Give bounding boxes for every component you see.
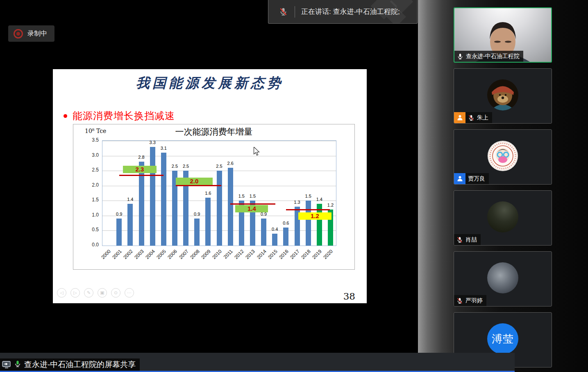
y-tick-label: 3.5 xyxy=(86,137,99,143)
bar-value-label: 1.6 xyxy=(201,191,215,196)
pen-icon[interactable]: ✎ xyxy=(84,288,93,298)
annotation-box: 1.4 xyxy=(235,205,268,212)
avatar xyxy=(487,201,518,232)
participant-name: 贾万良 xyxy=(468,175,485,183)
bar-value-label: 2.8 xyxy=(134,155,148,160)
chart-bar xyxy=(217,171,222,246)
bar-value-label: 0.6 xyxy=(279,221,293,225)
y-tick-label: 1.0 xyxy=(86,212,99,218)
bullet-dot xyxy=(64,114,67,118)
y-tick-label: 2.0 xyxy=(86,182,99,188)
bar-value-label: 1.2 xyxy=(323,203,337,207)
previous-slide-icon[interactable]: ◁ xyxy=(57,288,66,298)
bar-value-label: 2.6 xyxy=(223,161,237,166)
annotation-line xyxy=(119,175,164,176)
annotation-line xyxy=(176,185,221,186)
participants-sidebar: 查永进-中石油工程院 朱上 xyxy=(418,0,588,372)
active-speaker-banner: 正在讲话: 查永进-中石油工程院; xyxy=(268,0,418,24)
participant-tile[interactable]: 严羽婷 xyxy=(454,251,552,307)
y-tick-label: 0.5 xyxy=(86,227,99,232)
chart-bar xyxy=(116,219,122,246)
y-tick-label: 1.5 xyxy=(86,197,99,203)
y-tick-label: 0.0 xyxy=(86,242,99,248)
zoom-icon[interactable]: ⊙ xyxy=(111,288,120,298)
bar-value-label: 1.4 xyxy=(312,197,326,202)
chart-bar xyxy=(161,153,166,246)
chart-bar xyxy=(283,228,288,246)
recording-badge[interactable]: 录制中 xyxy=(8,25,54,42)
plot-area: 0.91.42.83.33.12.52.50.91.62.52.61.51.50… xyxy=(102,140,336,246)
presenter-toolbar: ◁▷✎▣⊙⋯ xyxy=(57,288,134,298)
chart-bar xyxy=(205,198,211,246)
participant-name-label: 贾万良 xyxy=(465,173,489,184)
avatar-initials: 溥莹 xyxy=(487,323,518,354)
person-badge-icon xyxy=(454,173,465,184)
recording-icon xyxy=(14,29,23,38)
slide-bullet: 能源消费增长换挡减速 xyxy=(64,109,175,122)
chart-title: 一次能源消费年增量 xyxy=(73,126,354,138)
mouse-cursor-icon xyxy=(253,147,260,156)
chart-bar xyxy=(127,204,133,246)
avatar xyxy=(487,140,518,171)
mic-muted-icon xyxy=(279,7,288,16)
bar-value-label: 0.9 xyxy=(112,212,126,216)
next-slide-icon[interactable]: ▷ xyxy=(70,288,80,298)
bar-value-label: 3.1 xyxy=(157,146,170,151)
mic-on-icon xyxy=(457,53,463,60)
bar-value-label: 1.5 xyxy=(245,194,259,198)
avatar: 溥莹 xyxy=(487,323,518,354)
annotation-box: 2.3 xyxy=(123,166,156,173)
participant-name: 查永进-中石油工程院 xyxy=(466,53,520,60)
bar-value-label: 0.9 xyxy=(190,212,204,216)
participant-name: 肖喆 xyxy=(465,236,477,243)
slide-title: 我国能源发展新态势 xyxy=(53,74,367,92)
slide-page-number: 38 xyxy=(343,291,355,302)
presentation-slide: 我国能源发展新态势 能源消费增长换挡减速 10⁸ Tce 一次能源消费年增量 0… xyxy=(53,69,367,303)
mic-active-icon xyxy=(14,360,21,369)
avatar xyxy=(487,262,518,293)
screen-share-indicator: 查永进-中石油工程院的屏幕共享 xyxy=(0,358,140,371)
y-tick-label: 3.0 xyxy=(86,152,99,158)
mic-muted-icon xyxy=(456,298,463,304)
participant-name: 朱上 xyxy=(477,114,488,122)
chart-bar xyxy=(228,168,233,246)
bar-value-label: 1.3 xyxy=(290,200,304,205)
participant-name: 严羽婷 xyxy=(465,297,483,304)
participant-name-label: 朱上 xyxy=(465,112,492,123)
slides-overview-icon[interactable]: ▣ xyxy=(98,288,107,298)
divider xyxy=(295,6,295,18)
participant-tile[interactable]: 肖喆 xyxy=(454,190,552,246)
chart-bar xyxy=(272,234,277,246)
y-tick-label: 2.5 xyxy=(86,167,99,173)
annotation-box: 2.0 xyxy=(176,178,213,185)
participant-tile[interactable]: 查永进-中石油工程院 xyxy=(454,7,552,63)
chart-bar xyxy=(261,219,266,246)
more-icon[interactable]: ⋯ xyxy=(125,288,134,298)
recording-label: 录制中 xyxy=(27,29,47,38)
bullet-text: 能源消费增长换挡减速 xyxy=(73,109,175,122)
mic-muted-icon xyxy=(456,237,463,243)
annotation-line xyxy=(230,203,275,205)
mic-muted-icon xyxy=(468,115,474,121)
chart-bar xyxy=(306,201,311,246)
person-badge-icon xyxy=(454,112,465,123)
participant-tile[interactable]: 朱上 xyxy=(454,68,552,124)
avatar xyxy=(487,79,518,110)
bar-value-label: 3.3 xyxy=(145,140,159,145)
screen-share-area: 录制中 正在讲话: 查永进-中石油工程院; 我国能源发展新态势 能源消费增长换挡… xyxy=(0,0,418,372)
bar-value-label: 0.4 xyxy=(268,227,282,232)
annotation-box: 1.2 xyxy=(298,212,331,220)
participant-name-label: 肖喆 xyxy=(454,234,481,245)
chart-bar xyxy=(194,219,200,246)
chart-bar xyxy=(150,147,155,246)
chart: 10⁸ Tce 一次能源消费年增量 0.91.42.83.33.12.52.50… xyxy=(73,124,355,270)
screen-share-text: 查永进-中石油工程院的屏幕共享 xyxy=(24,359,136,370)
participant-name-label: 严羽婷 xyxy=(454,295,486,306)
bar-value-label: 2.5 xyxy=(179,164,193,169)
bar-value-label: 1.4 xyxy=(123,197,137,202)
screen-share-icon xyxy=(2,361,11,369)
gridline xyxy=(102,141,336,141)
participant-tile[interactable]: 贾万良 xyxy=(454,129,552,185)
annotation-line xyxy=(286,209,330,210)
participant-name-label: 查永进-中石油工程院 xyxy=(454,51,523,62)
